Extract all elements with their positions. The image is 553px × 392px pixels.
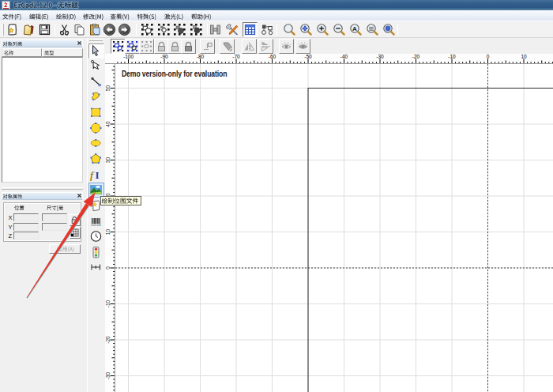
svg-text:Y: Y xyxy=(9,224,13,231)
svg-text:X: X xyxy=(9,214,13,221)
svg-text:Z: Z xyxy=(9,232,13,239)
